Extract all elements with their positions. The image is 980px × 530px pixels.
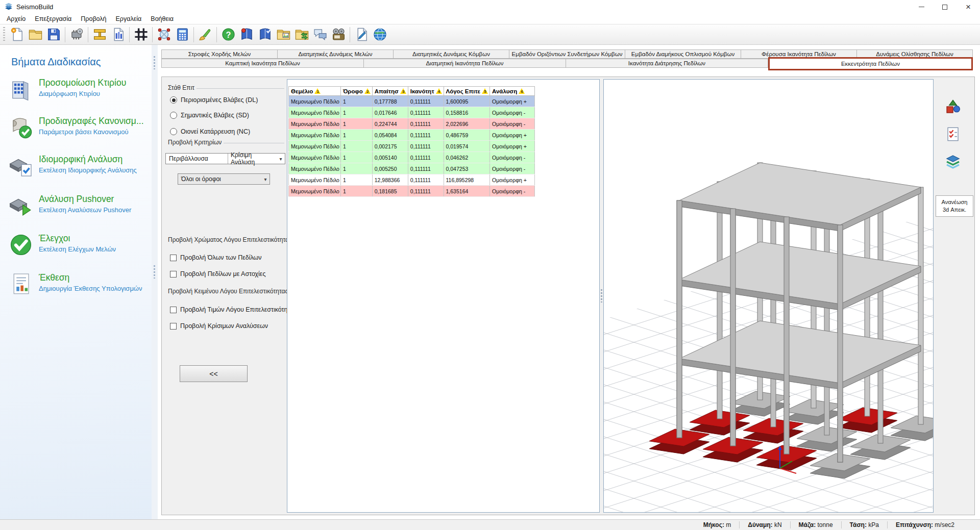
chevron-down-icon: ▾ xyxy=(261,176,270,182)
chevron-down-icon: ▾ xyxy=(277,156,285,162)
code-requirements-icon xyxy=(8,115,34,140)
checks-list-icon[interactable] xyxy=(943,124,963,144)
tab-row2[interactable]: Διατμητική Ικανότητα Πεδίλων xyxy=(364,59,566,68)
table-row[interactable]: Μεμονωμένο Πέδιλο10,0051400,1111110,0462… xyxy=(289,152,535,163)
tab-row2[interactable]: Καμπτική Ικανότητα Πεδίλων xyxy=(161,59,364,68)
table-row[interactable]: Μεμονωμένο Πέδιλο10,2247440,1111112,0226… xyxy=(289,118,535,130)
column-header[interactable]: Θεμέλιο1 xyxy=(289,87,341,96)
tab-row1[interactable]: Στροφές Χορδής Μελών xyxy=(161,49,278,59)
paintbrush-icon[interactable] xyxy=(196,26,214,44)
step-title: Προδιαγραφές Κανονισμ... xyxy=(39,116,144,127)
table-cell: Ομοιόμορφη + xyxy=(490,174,535,186)
window-title: SeismoBuild xyxy=(16,3,53,11)
help-icon[interactable]: ? xyxy=(219,26,237,44)
new-project-icon[interactable] xyxy=(8,26,26,44)
table-row[interactable]: Μεμονωμένο Πέδιλο10,0052500,1111110,0472… xyxy=(289,163,535,174)
table-cell: 0,111111 xyxy=(408,163,444,174)
column-header[interactable]: Ικανότητ4 xyxy=(408,87,444,96)
open-project-icon[interactable] xyxy=(26,26,44,44)
limit-state-radio[interactable]: Περιορισμένες Βλάβες (DL) xyxy=(170,96,258,104)
color-group-label: Προβολή Χρώματος Λόγου Επιτελεστικότητας xyxy=(166,236,294,243)
menu-item[interactable]: Επεξεργασία xyxy=(30,14,76,23)
checkbox-icon xyxy=(170,271,177,277)
sidebar-step-5[interactable]: ΈλεγχοιΕκτέλεση Ελέγχων Μελών xyxy=(7,232,146,265)
tab-row2-active[interactable]: Εκκεντρότητα Πεδίλων xyxy=(768,57,973,70)
model-3d-icon[interactable] xyxy=(155,26,173,44)
maximize-button[interactable] xyxy=(933,0,957,14)
3d-viewport[interactable] xyxy=(603,79,934,513)
collapse-panel-button[interactable]: << xyxy=(180,365,248,382)
envelope-combo-left: Περιβάλλουσα xyxy=(166,154,228,164)
limit-state-group-label: Στάθ Επιτ xyxy=(166,84,197,91)
forum-icon[interactable] xyxy=(311,26,329,44)
limit-state-radio[interactable]: Οιονεί Κατάρρευση (NC) xyxy=(170,128,250,135)
examples-icon[interactable] xyxy=(274,26,292,44)
building-view-icon[interactable] xyxy=(109,26,127,44)
step-subtitle: Διαμόρφωση Κτιρίου xyxy=(39,90,100,97)
table-cell: 0,111111 xyxy=(408,96,444,107)
color-display-checkbox[interactable]: Προβολή Όλων των Πεδίλων xyxy=(170,254,262,261)
sidebar-step-4[interactable]: Ανάλυση PushoverΕκτέλεση Αναλύσεων Pusho… xyxy=(7,193,146,225)
structural-grid-icon[interactable] xyxy=(132,26,150,44)
minimize-button[interactable] xyxy=(910,0,933,14)
storeys-combo[interactable]: Όλοι οι όροφοι ▾ xyxy=(178,173,270,185)
sidebar-step-2[interactable]: Προδιαγραφές Κανονισμ...Παράμετροι βάσει… xyxy=(7,115,146,147)
table-header-row: Θεμέλιο1Όροφο2Απαίτησ3Ικανότητ4Λόγος Επι… xyxy=(289,87,535,96)
toolbar-separator xyxy=(88,27,88,42)
table-cell: Μεμονωμένο Πέδιλο xyxy=(289,96,341,107)
refresh-3d-button[interactable]: Ανανέωση 3d Απεικ. xyxy=(936,195,973,217)
color-display-checkbox[interactable]: Προβολή Πεδίλων με Αστοχίες xyxy=(170,270,265,277)
table-row[interactable]: Μεμονωμένο Πέδιλο10,0540840,1111110,4867… xyxy=(289,130,535,141)
envelope-analysis-combo[interactable]: Περιβάλλουσα Κρίσιμη Ανάλυση ▾ xyxy=(165,153,285,164)
toolbar-separator xyxy=(152,27,153,42)
sidebar-step-1[interactable]: Προσομοίωση ΚτιρίουΔιαμόρφωση Κτιρίου xyxy=(7,77,146,109)
text-display-checkbox[interactable]: Προβολή Τιμών Λόγου Επιτελεστικότητας xyxy=(170,306,297,313)
table-cell: 1 xyxy=(340,96,372,107)
report-editor-icon[interactable] xyxy=(352,26,371,44)
radio-icon xyxy=(170,96,177,104)
memory-settings-icon[interactable] xyxy=(67,26,86,44)
table-row[interactable]: Μεμονωμένο Πέδιλο10,1777880,1111111,6000… xyxy=(289,96,535,107)
video-tutorials-icon[interactable] xyxy=(329,26,348,44)
close-button[interactable]: × xyxy=(957,0,980,14)
tab-row1[interactable]: Εμβαδόν Οριζόντιων Συνδετήρων Κόμβων xyxy=(509,49,625,59)
tab-row1[interactable]: Εμβαδόν Διαμήκους Οπλισμού Κόμβων xyxy=(625,49,741,59)
table-row[interactable]: Μεμονωμένο Πέδιλο10,0176460,1111110,1588… xyxy=(289,107,535,118)
table-row[interactable]: Μεμονωμένο Πέδιλο112,9883660,111111116,8… xyxy=(289,174,535,186)
column-header[interactable]: Απαίτησ3 xyxy=(372,87,408,96)
layers-icon[interactable] xyxy=(943,152,963,172)
table-cell: 1,635164 xyxy=(444,186,490,197)
step-subtitle: Εκτέλεση Ελέγχων Μελών xyxy=(39,245,116,253)
column-header[interactable]: Ανάλυση6 xyxy=(490,87,535,96)
frame-section-icon[interactable] xyxy=(90,26,109,44)
import-export-icon[interactable] xyxy=(292,26,311,44)
tab-row1[interactable]: Διατμητικές Δυνάμεις Κόμβων xyxy=(394,49,509,59)
tutorial-icon[interactable] xyxy=(237,26,256,44)
tab-row1[interactable]: Διατμητικές Δυνάμεις Μελών xyxy=(278,49,394,59)
building-step-icon xyxy=(8,77,34,102)
limit-state-radio[interactable]: Σημαντικές Βλάβες (SD) xyxy=(170,112,249,119)
text-display-checkbox[interactable]: Προβολή Κρίσιμων Αναλύσεων xyxy=(170,322,268,330)
user-manual-icon[interactable] xyxy=(256,26,274,44)
column-header[interactable]: Όροφο2 xyxy=(340,87,372,96)
toolbar-grip[interactable] xyxy=(3,27,5,42)
toolbar-separator xyxy=(193,27,194,42)
sidebar-step-6[interactable]: ΈκθεσηΔημιουργία Έκθεσης Υπολογισμών xyxy=(7,271,146,304)
deformed-shape-icon[interactable] xyxy=(943,96,963,117)
calculator-icon[interactable] xyxy=(173,26,191,44)
tab-row2[interactable]: Ικανότητα Διάτρησης Πεδίλων xyxy=(566,59,768,68)
save-project-icon[interactable] xyxy=(44,26,63,44)
table-cell: 1 xyxy=(340,186,372,197)
table-row[interactable]: Μεμονωμένο Πέδιλο10,1816850,1111111,6351… xyxy=(289,186,535,197)
menu-item[interactable]: Εργαλεία xyxy=(111,14,146,23)
menu-item[interactable]: Αρχείο xyxy=(2,14,30,23)
svg-text:?: ? xyxy=(226,30,231,39)
sidebar-splitter[interactable] xyxy=(152,45,158,519)
toolbar-separator xyxy=(129,27,130,42)
menu-item[interactable]: Βοήθεια xyxy=(146,14,178,23)
column-header[interactable]: Λόγος Επιτε5 xyxy=(444,87,490,96)
menu-item[interactable]: Προβολή xyxy=(76,14,111,23)
sidebar-step-3[interactable]: Ιδιομορφική ΑνάλυσηΕκτέλεση Ιδιομορφικής… xyxy=(7,153,146,186)
website-icon[interactable] xyxy=(371,26,389,44)
table-row[interactable]: Μεμονωμένο Πέδιλο10,0021750,1111110,0195… xyxy=(289,141,535,152)
